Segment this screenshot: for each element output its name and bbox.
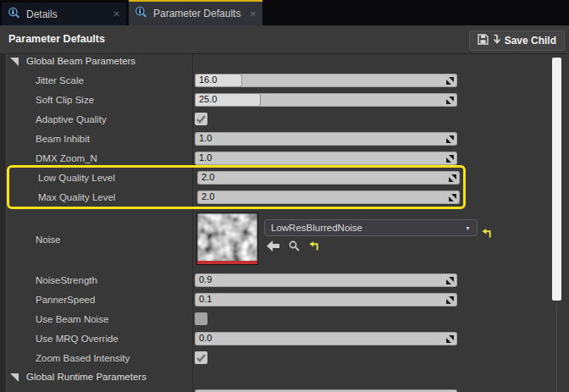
left-gutter: [0, 54, 7, 392]
value-text: 1.0: [199, 133, 212, 143]
value-spinbox[interactable]: 0.1: [195, 293, 457, 306]
use-selected-asset-icon[interactable]: [267, 240, 279, 251]
property-value: 1.0: [195, 389, 457, 392]
checkmark-icon: [196, 112, 206, 127]
property-label: Max Quality Level: [10, 192, 195, 202]
value-spinbox[interactable]: 1.0: [195, 152, 457, 165]
property-value: 2.0: [197, 190, 460, 204]
expand-arrow-icon[interactable]: [10, 372, 20, 382]
asset-toolbar: [267, 240, 318, 251]
property-label: Noise: [8, 235, 192, 245]
drag-diagonal-icon[interactable]: [449, 174, 456, 182]
value-text: 2.0: [202, 191, 214, 202]
thumbnail-underline: [197, 261, 257, 264]
property-label: Soft Clip Size: [8, 95, 192, 105]
category-label: Global Runtime Parameters: [26, 372, 146, 382]
value-text: 0.9: [199, 274, 212, 284]
details-info-icon: [135, 6, 147, 21]
category-row[interactable]: Global Beam Parameters: [8, 52, 550, 70]
value-spinbox[interactable]: 2.0: [197, 171, 460, 185]
tab-parameter-defaults[interactable]: Parameter Defaults ✕: [129, 0, 262, 25]
asset-name: LowResBlurredNoise: [271, 223, 362, 233]
property-value: 1.0: [195, 152, 457, 165]
value-spinbox[interactable]: 1.0: [195, 389, 457, 392]
scrollbar-track: [556, 302, 557, 392]
value-spinbox[interactable]: 2.0: [197, 190, 460, 204]
checkbox[interactable]: [195, 113, 207, 125]
property-row: NoiseLowResBlurredNoise▼: [8, 208, 550, 270]
property-row: Max Quality Level2.0: [10, 187, 463, 207]
tab-label: Details: [26, 8, 108, 20]
checkbox[interactable]: [195, 351, 207, 364]
category-row[interactable]: Global Runtime Parameters: [8, 367, 550, 386]
chevron-down-icon: ▼: [465, 225, 471, 231]
texture-thumbnail[interactable]: [196, 213, 258, 265]
value-spinbox[interactable]: 0.9: [195, 273, 457, 287]
reset-to-default-icon[interactable]: [482, 229, 491, 238]
drag-diagonal-icon[interactable]: [446, 97, 454, 104]
tab-label: Parameter Defaults: [153, 8, 245, 19]
value-spinbox[interactable]: 1.0: [195, 132, 457, 146]
property-label: Use Beam Noise: [8, 314, 192, 324]
drag-diagonal-icon[interactable]: [446, 335, 454, 343]
drag-diagonal-icon[interactable]: [446, 155, 454, 163]
value-text: 0.0: [199, 333, 212, 343]
property-row: Jitter Scale16.0: [8, 70, 550, 90]
highlight-frame: Low Quality Level2.0Max Quality Level2.0: [7, 165, 466, 209]
value-text: 25.0: [199, 94, 217, 104]
scrollbar-thumb[interactable]: [552, 58, 561, 301]
drag-diagonal-icon[interactable]: [449, 194, 456, 202]
tab-details[interactable]: Details ✕: [2, 3, 126, 25]
property-label: Low Quality Level: [10, 173, 195, 183]
property-label: Zoom Based Intensity: [8, 353, 192, 363]
close-icon[interactable]: ✕: [250, 9, 257, 19]
property-value: 1.0: [195, 132, 457, 146]
page-title: Parameter Defaults: [8, 33, 105, 45]
property-row: Use MRQ Override0.0: [8, 329, 550, 348]
property-row: Use Beam Noise: [8, 309, 550, 329]
property-row: DMX Beam Visibility Ratio1.0: [8, 386, 550, 392]
property-row: Low Quality Level2.0: [10, 168, 463, 187]
asset-picker-dropdown[interactable]: LowResBlurredNoise▼: [264, 219, 478, 236]
save-child-label: Save Child: [505, 35, 556, 47]
expand-arrow-icon[interactable]: [10, 56, 20, 66]
drag-diagonal-icon[interactable]: [446, 296, 454, 304]
close-icon[interactable]: ✕: [113, 9, 120, 19]
property-label: Jitter Scale: [8, 75, 192, 86]
value-text: 16.0: [199, 75, 217, 85]
property-value: [195, 351, 207, 364]
browse-to-asset-icon[interactable]: [289, 240, 300, 251]
drag-diagonal-icon[interactable]: [446, 277, 454, 284]
property-row: PannerSpeed0.1: [8, 290, 550, 309]
property-row: Zoom Based Intensity: [8, 348, 550, 367]
drag-diagonal-icon[interactable]: [446, 77, 454, 85]
drag-diagonal-icon[interactable]: [446, 135, 454, 143]
property-value: 2.0: [197, 171, 460, 185]
property-row: Soft Clip Size25.0: [8, 90, 550, 109]
category-label: Global Beam Parameters: [26, 56, 135, 66]
checkmark-icon: [196, 351, 206, 366]
property-label: Use MRQ Override: [8, 334, 192, 344]
floppy-disk-icon: [478, 34, 489, 47]
value-spinbox[interactable]: 25.0: [195, 93, 457, 107]
property-label: DMX Zoom_N: [8, 153, 192, 163]
property-row: NoiseStrength0.9: [8, 270, 550, 290]
checkbox[interactable]: [195, 312, 207, 325]
property-value: 16.0: [195, 74, 457, 87]
value-text: 0.1: [199, 294, 212, 304]
property-row: Beam Inhibit1.0: [8, 129, 550, 148]
property-label: Adaptive Quality: [8, 114, 192, 124]
property-value: [195, 312, 207, 325]
property-row: Adaptive Quality: [8, 109, 550, 129]
value-text: 2.0: [202, 172, 214, 182]
property-value: 0.9: [195, 273, 457, 287]
download-arrow-icon: [493, 34, 500, 47]
value-spinbox[interactable]: 16.0: [195, 74, 457, 87]
value-spinbox[interactable]: 0.0: [195, 332, 457, 345]
property-label: PannerSpeed: [8, 295, 192, 305]
panel-header: Parameter Defaults Save Child: [0, 25, 569, 54]
save-child-button[interactable]: Save Child: [469, 30, 565, 51]
property-value: 0.0: [195, 332, 457, 345]
tab-bar: Details ✕ Parameter Defaults ✕: [0, 0, 569, 25]
reset-to-default-icon[interactable]: [309, 241, 318, 251]
